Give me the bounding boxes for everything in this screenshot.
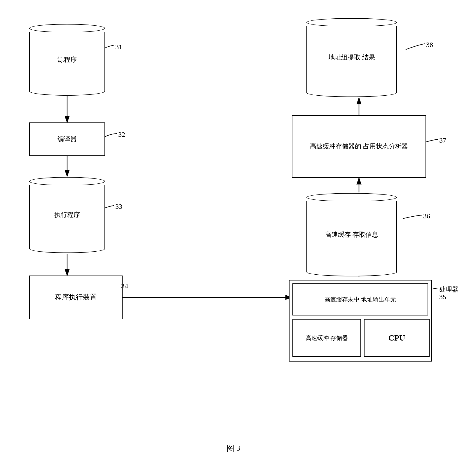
label-37: 37	[439, 136, 446, 144]
node-38: 地址组提取 结果	[306, 17, 397, 98]
node-34-label: 程序执行装置	[55, 292, 97, 302]
label-32: 32	[118, 131, 125, 138]
node-31: 源程序	[29, 23, 105, 96]
node-33: 执行程序	[29, 176, 105, 254]
label-38: 38	[426, 41, 433, 49]
node-35-cpu-label: CPU	[388, 332, 405, 343]
cylinder-bottom-36	[306, 268, 397, 276]
cylinder-body-36: 高速缓存 存取信息	[306, 201, 397, 268]
cylinder-top-38	[306, 18, 397, 27]
label-35-text: 处理器	[439, 286, 458, 293]
node-32: 编译器	[29, 122, 105, 156]
cylinder-body-38: 地址组提取 结果	[306, 26, 397, 89]
label-33: 33	[115, 203, 122, 211]
node-35-cpu: CPU	[364, 319, 430, 357]
cylinder-bottom-31	[29, 87, 105, 96]
node-36: 高速缓存 存取信息	[306, 192, 397, 277]
label-34: 34	[121, 282, 128, 290]
label-36: 36	[423, 212, 430, 220]
diagram-container: 源程序 31 编译器 32 执行程序 33 程序执行装置 34 地址组提取 结果…	[0, 0, 476, 470]
label-35: 处理器	[439, 285, 458, 294]
label-35-id: 35	[439, 293, 446, 301]
cylinder-body-33: 执行程序	[29, 185, 105, 245]
cylinder-top-36	[306, 193, 397, 202]
node-37-label: 高速缓冲存储器的 占用状态分析器	[310, 142, 408, 151]
node-37: 高速缓冲存储器的 占用状态分析器	[292, 115, 426, 178]
node-35-inner-top-label: 高速缓存未中 地址输出单元	[325, 295, 396, 304]
label-31: 31	[115, 43, 122, 51]
cylinder-body-31: 源程序	[29, 32, 105, 87]
node-35-cache: 高速缓冲 存储器	[292, 319, 361, 357]
node-35-outer: 高速缓存未中 地址输出单元 高速缓冲 存储器 CPU	[289, 280, 432, 362]
cylinder-top-31	[29, 24, 105, 33]
fig-caption: 图 3	[204, 443, 263, 453]
node-35-cache-label: 高速缓冲 存储器	[306, 334, 348, 342]
node-32-label: 编译器	[57, 135, 77, 144]
cylinder-bottom-33	[29, 244, 105, 253]
cylinder-top-33	[29, 177, 105, 186]
node-34: 程序执行装置	[29, 276, 123, 319]
node-35-inner-top: 高速缓存未中 地址输出单元	[292, 283, 428, 315]
cylinder-bottom-38	[306, 88, 397, 97]
